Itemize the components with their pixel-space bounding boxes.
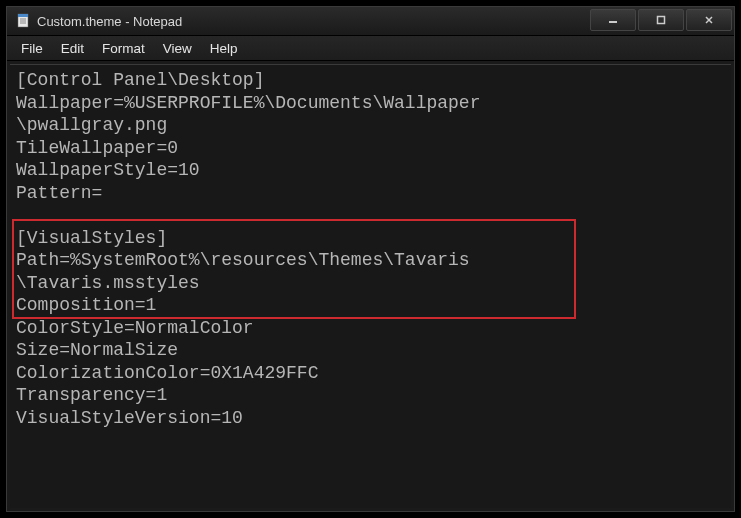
svg-rect-1 (18, 14, 28, 17)
menubar: File Edit Format View Help (7, 36, 734, 61)
menu-view[interactable]: View (155, 39, 202, 58)
maximize-button[interactable] (638, 9, 684, 31)
notepad-window: Custom.theme - Notepad File Edit Format … (6, 6, 735, 512)
titlebar[interactable]: Custom.theme - Notepad (7, 7, 734, 36)
window-controls (588, 7, 732, 35)
menu-help[interactable]: Help (202, 39, 248, 58)
editor-area: [Control Panel\Desktop] Wallpaper=%USERP… (10, 64, 731, 508)
minimize-button[interactable] (590, 9, 636, 31)
text-editor[interactable]: [Control Panel\Desktop] Wallpaper=%USERP… (16, 69, 727, 504)
menu-format[interactable]: Format (94, 39, 155, 58)
menu-file[interactable]: File (13, 39, 53, 58)
window-title: Custom.theme - Notepad (37, 14, 588, 29)
svg-rect-6 (658, 17, 665, 24)
menu-edit[interactable]: Edit (53, 39, 94, 58)
notepad-icon (15, 13, 31, 29)
close-button[interactable] (686, 9, 732, 31)
